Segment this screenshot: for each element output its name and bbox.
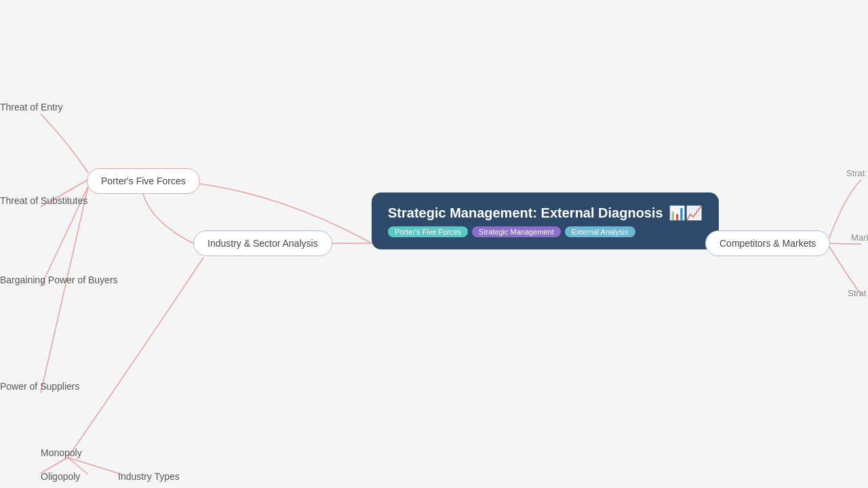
strat-top-node[interactable]: Strat <box>846 168 865 178</box>
markets-right-label: Mark <box>851 232 868 243</box>
threat-entry-node[interactable]: Threat of Entry <box>0 102 63 113</box>
oligopoly-label: Oligopoly <box>41 471 80 482</box>
chart-icon: 📊📈 <box>669 205 703 221</box>
markets-right-node[interactable]: Mark <box>851 232 868 243</box>
strat-bottom-node[interactable]: Strat <box>848 288 866 298</box>
central-tags: Porter's Five Forces Strategic Managemen… <box>388 226 703 237</box>
power-suppliers-label: Power of Suppliers <box>0 381 80 392</box>
central-title: Strategic Management: External Diagnosis… <box>388 205 703 221</box>
monopoly-label: Monopoly <box>41 447 82 458</box>
oligopoly-node[interactable]: Oligopoly <box>41 471 80 482</box>
power-buyers-label: Bargaining Power of Buyers <box>0 274 118 285</box>
porters-label: Porter's Five Forces <box>87 168 200 194</box>
industry-types-label: Industry Types <box>118 471 180 482</box>
tag-strategic[interactable]: Strategic Management <box>472 226 561 237</box>
threat-substitutes-node[interactable]: Threat of Substitutes <box>0 195 87 206</box>
competitors-label: Competitors & Markets <box>705 230 830 256</box>
power-buyers-node[interactable]: Bargaining Power of Buyers <box>0 274 118 285</box>
strat-top-label: Strat <box>846 168 865 178</box>
tag-porters[interactable]: Porter's Five Forces <box>388 226 468 237</box>
porters-five-forces-node[interactable]: Porter's Five Forces <box>87 168 200 194</box>
threat-entry-label: Threat of Entry <box>0 102 63 113</box>
industry-sector-label: Industry & Sector Analysis <box>193 230 332 256</box>
central-title-text: Strategic Management: External Diagnosis <box>388 205 663 221</box>
mind-map-canvas: Strategic Management: External Diagnosis… <box>0 0 868 488</box>
power-suppliers-node[interactable]: Power of Suppliers <box>0 381 80 392</box>
industry-sector-node[interactable]: Industry & Sector Analysis <box>193 230 332 256</box>
central-node[interactable]: Strategic Management: External Diagnosis… <box>372 192 719 249</box>
strat-bottom-label: Strat <box>848 288 866 298</box>
tag-external[interactable]: External Analysis <box>565 226 635 237</box>
threat-sub-label: Threat of Substitutes <box>0 195 87 206</box>
competitors-markets-node[interactable]: Competitors & Markets <box>705 230 830 256</box>
monopoly-node[interactable]: Monopoly <box>41 447 82 458</box>
industry-types-node[interactable]: Industry Types <box>118 471 180 482</box>
